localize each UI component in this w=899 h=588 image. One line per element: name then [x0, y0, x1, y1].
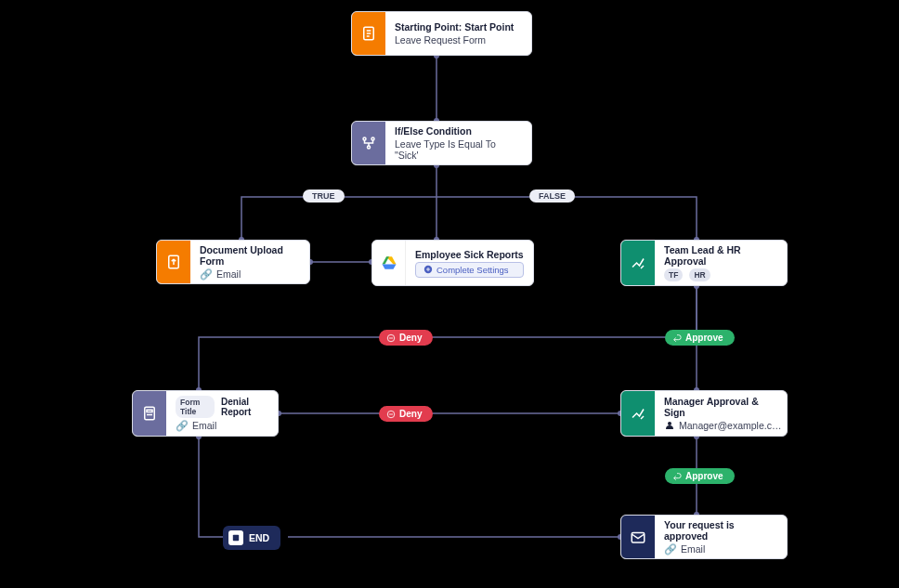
label-true: TRUE — [303, 189, 345, 203]
node-manager-approval-title: Manager Approval & Sign — [664, 396, 781, 418]
svg-rect-31 — [145, 407, 155, 420]
branch-icon — [352, 122, 385, 164]
node-start[interactable]: Starting Point: Start Point Leave Reques… — [351, 11, 532, 56]
complete-settings-button[interactable]: Complete Settings — [415, 262, 524, 278]
badge-approve: Approve — [665, 468, 735, 484]
node-team-approval[interactable]: Team Lead & HR Approval TF HR — [620, 240, 788, 286]
approver-tag: TF — [664, 268, 683, 281]
node-start-sub: Leave Request Form — [395, 34, 522, 46]
workflow-connectors — [0, 0, 899, 588]
svg-rect-38 — [233, 535, 239, 541]
node-manager-approval[interactable]: Manager Approval & Sign Manager@example.… — [620, 390, 788, 437]
stop-icon — [228, 530, 243, 545]
workflow-canvas[interactable]: Starting Point: Start Point Leave Reques… — [0, 0, 899, 588]
node-condition[interactable]: If/Else Condition Leave Type Is Equal To… — [351, 121, 532, 165]
form-title-label: Form Title — [176, 396, 215, 418]
document-icon — [352, 12, 385, 55]
node-end[interactable]: END — [223, 526, 280, 550]
node-upload[interactable]: Document Upload Form 🔗Email — [156, 240, 310, 284]
node-start-title: Starting Point: Start Point — [395, 21, 522, 33]
badge-approve: Approve — [665, 330, 735, 346]
node-condition-title: If/Else Condition — [395, 125, 522, 137]
node-team-approval-title: Team Lead & HR Approval — [664, 244, 777, 267]
svg-point-23 — [368, 146, 371, 149]
node-denial-sub: Email — [192, 420, 216, 431]
node-denial[interactable]: Form Title Denial Report 🔗Email — [132, 390, 279, 437]
link-icon: 🔗 — [664, 543, 677, 555]
node-approved-title: Your request is approved — [664, 519, 777, 542]
node-upload-sub: Email — [216, 268, 241, 280]
badge-deny: Deny — [379, 406, 433, 422]
form-icon — [133, 391, 166, 436]
mail-icon — [621, 516, 655, 558]
svg-point-22 — [371, 137, 374, 140]
svg-rect-32 — [147, 410, 152, 412]
label-false: FALSE — [529, 189, 575, 203]
node-manager-approval-sub: Manager@example.c… — [679, 420, 781, 431]
node-approved-sub: Email — [681, 543, 705, 555]
node-upload-title: Document Upload Form — [200, 244, 300, 267]
svg-marker-26 — [382, 256, 389, 264]
node-condition-sub: Leave Type Is Equal To "Sick' — [395, 138, 522, 161]
svg-point-21 — [363, 137, 366, 140]
svg-marker-27 — [382, 265, 396, 269]
person-icon — [664, 420, 675, 431]
sign-icon — [621, 391, 655, 436]
approver-tag: HR — [689, 268, 710, 281]
badge-deny: Deny — [379, 330, 433, 346]
link-icon: 🔗 — [176, 420, 189, 432]
upload-doc-icon — [157, 241, 190, 283]
node-drive[interactable]: Employee Sick Reports Complete Settings — [371, 240, 534, 286]
drive-icon — [372, 241, 406, 285]
link-icon: 🔗 — [200, 268, 213, 281]
form-title-value: Denial Report — [221, 397, 268, 417]
svg-point-34 — [668, 422, 671, 425]
node-drive-title: Employee Sick Reports — [415, 249, 524, 260]
sign-icon — [621, 241, 655, 285]
node-approved[interactable]: Your request is approved 🔗Email — [620, 515, 788, 559]
node-end-label: END — [249, 532, 269, 543]
